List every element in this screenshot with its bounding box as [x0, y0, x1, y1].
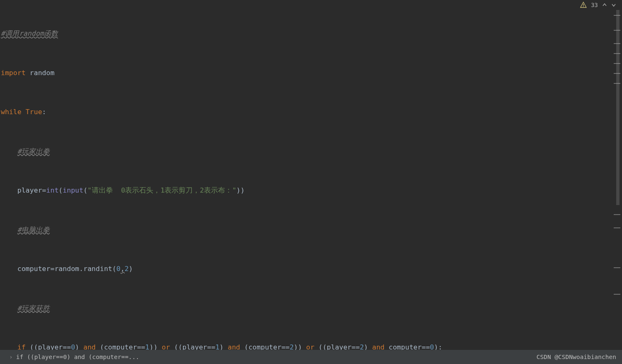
warning-icon [580, 2, 587, 8]
code-line: while True: [0, 105, 610, 119]
error-stripe-scrollbar[interactable] [612, 10, 621, 350]
code-line: player=int(input("请出拳 0表示石头，1表示剪刀，2表示布："… [0, 184, 610, 197]
code-line: #玩家获胜 [0, 302, 610, 315]
svg-rect-1 [583, 6, 583, 7]
code-line: #玩家出拳 [0, 145, 610, 158]
prev-highlight-icon[interactable] [602, 2, 607, 7]
code-editor[interactable]: #调用random函数 import random while True: #玩… [0, 0, 610, 350]
next-highlight-icon[interactable] [611, 2, 616, 7]
warning-count: 33 [591, 2, 598, 8]
svg-rect-0 [583, 4, 583, 6]
code-line: import random [0, 66, 610, 80]
code-line: #调用random函数 [0, 27, 610, 40]
inspection-widget[interactable]: 33 [580, 0, 622, 10]
code-line: computer=random.randint(0,2) [0, 262, 610, 276]
editor-root: 33 #调用random函数 import random while True:… [0, 0, 622, 364]
chevron-right-icon: › [9, 354, 13, 360]
breadcrumb-item[interactable]: if ((player==0) and (computer==... [16, 354, 140, 360]
code-line: #电脑出拳 [0, 223, 610, 237]
breadcrumb-bar: › if ((player==0) and (computer==... CSD… [0, 350, 622, 364]
watermark-text: CSDN @CSDNwoaibianchen [536, 354, 616, 360]
code-line: if ((player==0) and (computer==1)) or ((… [0, 341, 610, 350]
